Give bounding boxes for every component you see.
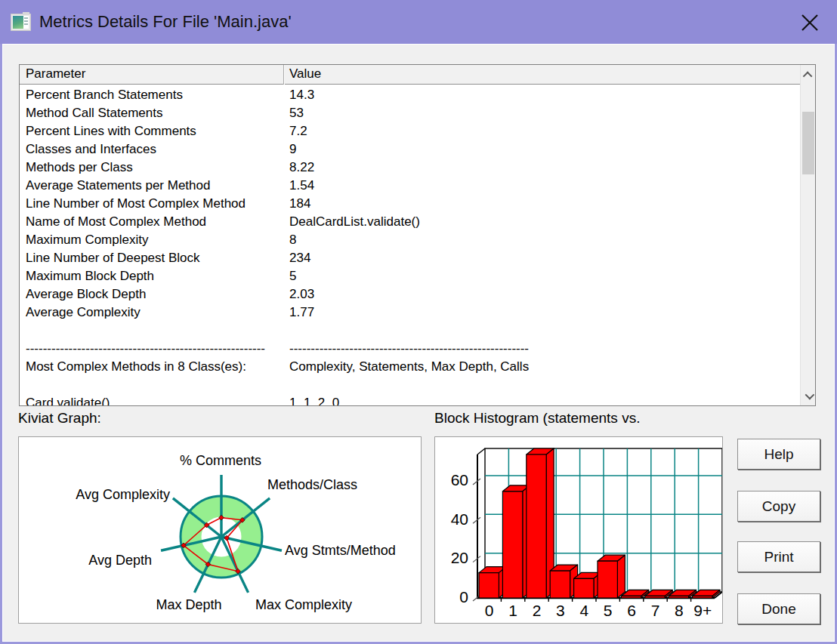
- cell-value: 1, 1, 2, 0: [289, 394, 339, 405]
- cell-value: 184: [289, 195, 310, 213]
- cell-parameter: Maximum Block Depth: [26, 267, 154, 285]
- kiviat-axis-label: Avg Complexity: [76, 487, 170, 502]
- cell-parameter: Line Number of Most Complex Method: [26, 195, 246, 213]
- block-histogram-panel: 02040600123456789+: [434, 436, 723, 624]
- copy-button[interactable]: Copy: [737, 491, 820, 522]
- cell-parameter: Name of Most Complex Method: [26, 213, 206, 231]
- cell-value: 7.2: [289, 122, 307, 140]
- bar-front-face: [550, 571, 570, 598]
- close-icon: [800, 13, 820, 32]
- bar-side-face: [617, 555, 625, 598]
- column-header-value[interactable]: Value: [289, 66, 321, 82]
- bar-front-face: [527, 454, 546, 598]
- vertical-scrollbar[interactable]: [800, 65, 815, 405]
- cell-value: 8: [289, 231, 296, 249]
- table-row[interactable]: Percent Lines with Comments7.2: [20, 122, 800, 140]
- kiviat-axis-label: Avg Stmts/Method: [285, 543, 396, 558]
- cell-parameter: Method Call Statements: [26, 104, 162, 122]
- kiviat-axis-label: Max Depth: [156, 597, 221, 612]
- cell-parameter: Classes and Interfaces: [26, 140, 156, 159]
- table-body: Percent Branch Statements14.3Method Call…: [20, 85, 800, 405]
- cell-parameter: Average Statements per Method: [26, 177, 210, 195]
- column-divider[interactable]: [283, 65, 284, 85]
- table-row[interactable]: Line Number of Deepest Block234: [20, 249, 800, 267]
- close-button[interactable]: [793, 6, 826, 39]
- y-tick-label: 60: [451, 471, 468, 488]
- kiviat-graph-label: Kiviat Graph:: [18, 410, 101, 427]
- table-row[interactable]: Average Statements per Method1.54: [20, 177, 800, 195]
- cell-parameter: ----------------------------------------…: [26, 340, 265, 358]
- x-tick-label: 2: [533, 602, 542, 619]
- scroll-down-button[interactable]: [801, 386, 816, 405]
- bar-front-face: [669, 596, 688, 598]
- metrics-details-dialog: Metrics Details For File 'Main.java' Par…: [0, 0, 837, 644]
- table-row[interactable]: Average Block Depth2.03: [20, 285, 800, 304]
- cell-value: 14.3: [289, 86, 314, 104]
- cell-value: 1.77: [289, 304, 314, 322]
- window-title: Metrics Details For File 'Main.java': [39, 12, 292, 32]
- metrics-table: Parameter Value Percent Branch Statement…: [19, 64, 816, 406]
- cell-value: 8.22: [289, 159, 314, 177]
- table-row[interactable]: Card.validate()1, 1, 2, 0: [20, 394, 800, 405]
- table-row[interactable]: Most Complex Methods in 8 Class(es):Comp…: [20, 358, 800, 376]
- cell-parameter: Card.validate(): [26, 394, 110, 405]
- cell-parameter: Maximum Complexity: [26, 231, 148, 249]
- table-row[interactable]: Method Call Statements53: [20, 104, 800, 122]
- x-tick-label: 5: [604, 602, 613, 619]
- histogram-x-ticks: 0123456789+: [485, 598, 712, 619]
- help-button[interactable]: Help: [737, 439, 820, 470]
- table-row[interactable]: Average Complexity1.77: [20, 304, 800, 322]
- table-row[interactable]: Methods per Class8.22: [20, 159, 800, 177]
- kiviat-axis-label: Max Complexity: [255, 597, 352, 612]
- cell-parameter: Most Complex Methods in 8 Class(es):: [26, 358, 246, 376]
- cell-parameter: Average Block Depth: [26, 285, 146, 304]
- kiviat-radar-chart: % CommentsMethods/ClassAvg Stmts/MethodM…: [19, 437, 421, 623]
- histogram-y-ticks: 0204060: [451, 471, 480, 605]
- cell-parameter: Percent Lines with Comments: [26, 122, 196, 140]
- column-header-parameter[interactable]: Parameter: [26, 66, 85, 82]
- bar-front-face: [479, 573, 499, 598]
- x-tick-label: 1: [508, 602, 517, 619]
- cell-parameter: Average Complexity: [26, 304, 141, 322]
- table-header: Parameter Value: [20, 65, 800, 85]
- print-button[interactable]: Print: [737, 541, 820, 572]
- y-tick-label: 20: [451, 549, 468, 566]
- done-button[interactable]: Done: [737, 593, 820, 624]
- cell-value: 9: [289, 140, 296, 159]
- cell-value: 5: [289, 267, 296, 285]
- kiviat-axis-label: Avg Depth: [88, 553, 152, 568]
- x-tick-label: 6: [627, 602, 636, 619]
- cell-parameter: Line Number of Deepest Block: [26, 249, 200, 267]
- cell-parameter: Percent Branch Statements: [26, 86, 183, 104]
- table-row[interactable]: [20, 376, 800, 394]
- cell-value: 1.54: [289, 177, 314, 195]
- x-tick-label: 9+: [693, 602, 712, 619]
- x-tick-label: 7: [651, 602, 660, 619]
- table-row[interactable]: ----------------------------------------…: [20, 340, 800, 358]
- x-tick-label: 3: [556, 602, 565, 619]
- x-tick-label: 8: [675, 602, 684, 619]
- table-row[interactable]: Percent Branch Statements14.3: [20, 86, 800, 104]
- scroll-up-button[interactable]: [801, 65, 816, 85]
- x-tick-label: 4: [579, 602, 588, 619]
- block-histogram-chart: 02040600123456789+: [435, 437, 722, 623]
- kiviat-axis-label: % Comments: [180, 453, 261, 468]
- chevron-up-icon: [802, 71, 812, 81]
- table-row[interactable]: Line Number of Most Complex Method184: [20, 195, 800, 213]
- scrollbar-thumb[interactable]: [802, 112, 814, 174]
- bar-front-face: [645, 596, 665, 598]
- bar-front-face: [502, 491, 522, 598]
- cell-value: 2.03: [289, 285, 314, 304]
- bar-front-face: [574, 578, 594, 598]
- table-row[interactable]: [20, 322, 800, 340]
- table-row[interactable]: Maximum Block Depth5: [20, 267, 800, 285]
- titlebar: Metrics Details For File 'Main.java': [0, 0, 837, 44]
- bar-front-face: [693, 596, 712, 598]
- chevron-down-icon: [805, 390, 814, 399]
- cell-value: 234: [289, 249, 310, 267]
- table-row[interactable]: Maximum Complexity8: [20, 231, 800, 249]
- block-histogram-label: Block Histogram (statements vs.: [434, 410, 723, 427]
- table-row[interactable]: Classes and Interfaces9: [20, 140, 800, 159]
- table-row[interactable]: Name of Most Complex MethodDealCardList.…: [20, 213, 800, 231]
- kiviat-axis-label: Methods/Class: [267, 477, 357, 492]
